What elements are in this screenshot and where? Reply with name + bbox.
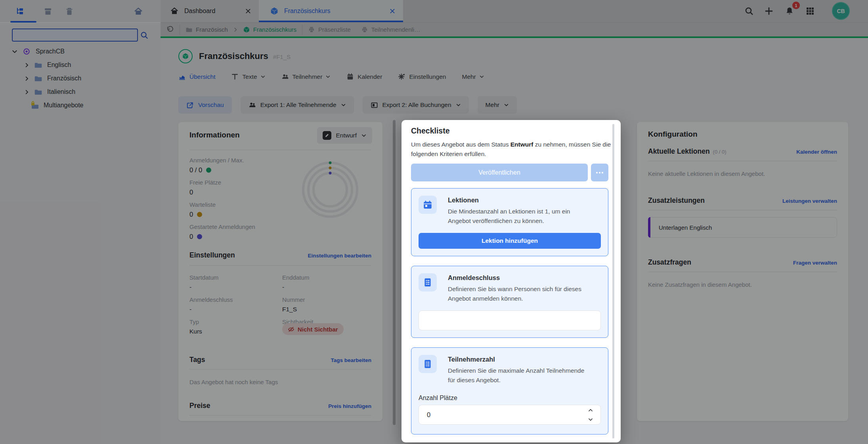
publish-more-button[interactable] [591,164,608,181]
card-title: Anmeldeschluss [448,274,500,282]
modal-title: Checkliste [411,126,450,135]
number-stepper [585,406,596,423]
modal-intro: Um dieses Angebot aus dem Status Entwurf… [411,140,611,159]
publish-button[interactable]: Veröffentlichen [411,164,588,181]
anzahl-plaetze-input[interactable]: 0 [419,405,601,425]
add-lektion-button[interactable]: Lektion hinzufügen [419,233,601,249]
publish-row: Veröffentlichen [411,164,608,181]
card-title: Lektionen [448,196,479,204]
checklist-modal: Checkliste Um dieses Angebot aus dem Sta… [401,120,621,442]
checklist-card-teilnehmerzahl: Teilnehmerzahl Definieren Sie die maxima… [411,347,608,434]
calendar-tile-icon [419,196,437,214]
list-tile-icon [419,355,437,373]
list-tile-icon [419,273,437,292]
anmeldeschluss-input[interactable] [419,311,601,330]
card-description: Definieren Sie die maximale Anzahl Teiln… [448,366,591,385]
card-title: Teilnehmerzahl [448,356,495,363]
modal-scrollbar[interactable] [612,124,614,438]
stepper-up-icon[interactable] [585,406,596,414]
stepper-down-icon[interactable] [585,415,596,423]
anzahl-plaetze-label: Anzahl Plätze [419,394,457,402]
checklist-card-lektionen: Lektionen Die Mindestanzahl an Lektionen… [411,188,608,256]
checklist-card-anmeldeschluss: Anmeldeschluss Definieren Sie bis wann P… [411,266,608,338]
app-window: SprachCB Englisch Französisch Italienisc… [0,0,868,444]
card-description: Definieren Sie bis wann Personen sich fü… [448,284,591,303]
input-value: 0 [427,411,585,419]
card-description: Die Mindestanzahl an Lektionen ist 1, um… [448,207,591,226]
